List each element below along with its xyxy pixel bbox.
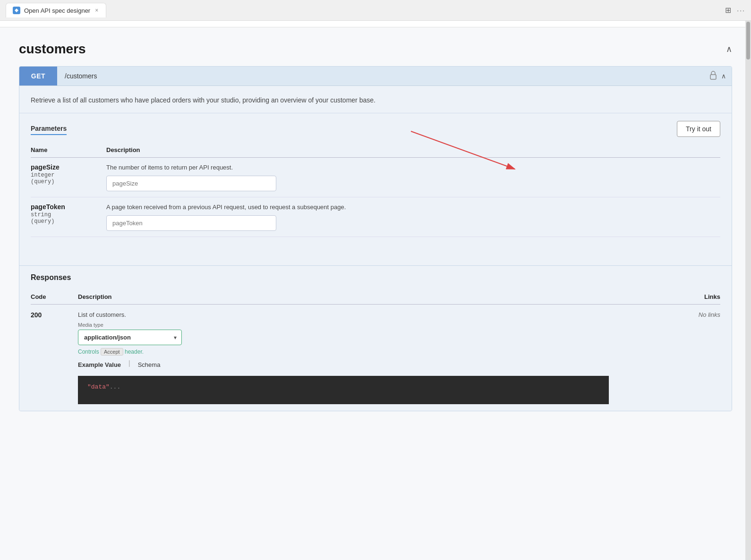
code-dots: ...	[110, 383, 120, 390]
param-desc-text-pagetoken: A page token received from a previous AP…	[106, 203, 720, 212]
param-desc-cell-pagesize: The number of items to return per API re…	[106, 158, 720, 197]
browser-tab[interactable]: Open API spec designer ×	[6, 3, 106, 17]
lock-icon	[709, 70, 717, 82]
media-type-select[interactable]: application/json ▾	[78, 330, 182, 345]
example-value-tab[interactable]: Example Value	[78, 359, 121, 370]
description-area: Retrieve a list of all customers who hav…	[19, 86, 732, 113]
method-badge: GET	[19, 67, 57, 85]
app-logo-icon	[13, 7, 20, 14]
responses-title: Responses	[31, 273, 720, 282]
no-links-text: No links	[699, 311, 720, 318]
response-links-header: Links	[609, 289, 720, 305]
table-row: pageSize integer(query) The number of it…	[31, 158, 720, 197]
param-name-cell: pageSize integer(query)	[31, 158, 106, 197]
param-desc-text-pagesize: The number of items to return per API re…	[106, 163, 720, 172]
parameters-table: Name Description pageSize integer(query)…	[31, 143, 720, 237]
spacer	[19, 246, 732, 265]
section-tabs: Parameters	[31, 123, 78, 135]
example-tabs: Example Value | Schema	[78, 359, 609, 370]
tab-divider: |	[128, 359, 130, 370]
browser-actions: ⊞ ···	[725, 6, 745, 15]
main-content: customers ∧ GET /customers ∧ Retrieve a …	[0, 27, 751, 560]
response-desc-text: List of customers.	[78, 311, 609, 318]
endpoint-actions: ∧	[703, 70, 732, 82]
param-name-cell-pagetoken: pageToken string(query)	[31, 197, 106, 237]
response-links-200: No links	[609, 305, 720, 411]
responses-table: Code Description Links 200 List of custo…	[31, 289, 720, 411]
page-title: customers	[19, 42, 86, 57]
collapse-button[interactable]: ∧	[726, 44, 732, 54]
description-text: Retrieve a list of all customers who hav…	[31, 95, 720, 105]
scrollbar[interactable]	[745, 21, 751, 560]
param-desc-header: Description	[106, 143, 720, 158]
scrollbar-thumb[interactable]	[746, 22, 750, 59]
tab-close-button[interactable]: ×	[94, 6, 99, 15]
svg-rect-1	[710, 75, 716, 79]
code-block: "data"...	[78, 376, 609, 404]
controls-text: Controls Accept header.	[78, 348, 609, 356]
response-desc-200: List of customers. Media type applicatio…	[78, 305, 609, 411]
param-input-pagetoken[interactable]	[106, 215, 276, 231]
parameters-tab[interactable]: Parameters	[31, 123, 67, 135]
table-row: pageToken string(query) A page token rec…	[31, 197, 720, 237]
page-title-bar: customers ∧	[19, 42, 732, 57]
browser-chrome: Open API spec designer × ⊞ ···	[0, 0, 751, 21]
param-desc-cell-pagetoken: A page token received from a previous AP…	[106, 197, 720, 237]
responses-section: Responses Code Description Links 200 Lis…	[19, 265, 732, 411]
param-name-header: Name	[31, 143, 106, 158]
more-icon[interactable]: ···	[737, 7, 745, 14]
chevron-up-icon[interactable]: ∧	[721, 72, 726, 80]
param-name-pagesize: pageSize	[31, 163, 99, 171]
grid-icon[interactable]: ⊞	[725, 6, 731, 15]
param-name-pagetoken: pageToken	[31, 203, 99, 211]
media-type-chevron-icon: ▾	[169, 331, 181, 345]
api-panel: GET /customers ∧ Retrieve a list of all …	[19, 66, 732, 411]
code-key: "data"	[87, 383, 110, 390]
param-type-pagetoken: string(query)	[31, 212, 99, 225]
parameters-section: Parameters Try it out Name Description p…	[19, 113, 732, 246]
media-type-label: Media type	[78, 322, 609, 328]
media-type-dropdown[interactable]: application/json	[78, 330, 169, 345]
tab-title: Open API spec designer	[24, 7, 90, 14]
response-desc-header: Description	[78, 289, 609, 305]
param-input-pagesize[interactable]	[106, 176, 276, 191]
endpoint-path: /customers	[57, 67, 703, 85]
param-type-pagesize: integer(query)	[31, 172, 99, 185]
try-it-out-button[interactable]: Try it out	[677, 121, 720, 137]
endpoint-row: GET /customers ∧	[19, 67, 732, 86]
table-row: 200 List of customers. Media type applic…	[31, 305, 720, 411]
params-header-row: Parameters Try it out	[31, 121, 720, 137]
response-code-header: Code	[31, 289, 78, 305]
response-code-200: 200	[31, 305, 78, 411]
accept-badge: Accept	[101, 348, 123, 356]
schema-tab[interactable]: Schema	[138, 359, 161, 370]
